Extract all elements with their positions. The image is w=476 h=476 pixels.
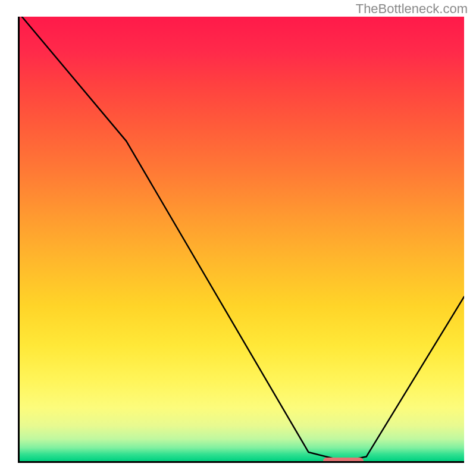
bottleneck-curve — [20, 17, 464, 461]
chart-container: TheBottleneck.com — [0, 0, 476, 476]
attribution-text: TheBottleneck.com — [356, 1, 468, 17]
optimal-range-marker — [323, 458, 364, 463]
plot-area — [18, 17, 464, 463]
